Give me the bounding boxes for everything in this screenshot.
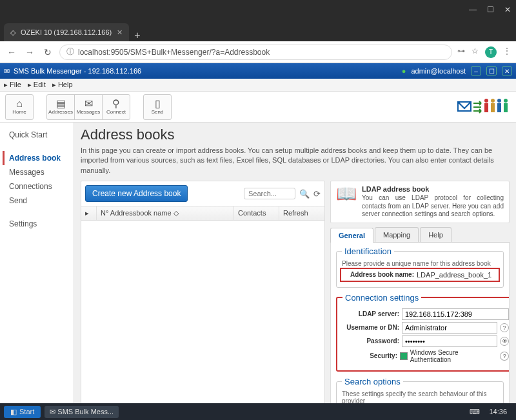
os-taskbar: ◧ Start ✉ SMS Bulk Mess... ⌨ 14:36 bbox=[0, 403, 516, 420]
svg-rect-8 bbox=[504, 103, 508, 112]
back-icon[interactable]: ← bbox=[5, 47, 18, 57]
phone-icon: ▯ bbox=[155, 99, 161, 109]
plug-icon: ⚲ bbox=[112, 99, 120, 109]
detail-panel: 📖 LDAP address book You can use LDAP pro… bbox=[330, 181, 510, 420]
sidebar-send[interactable]: Send bbox=[3, 194, 71, 208]
user-icon: ● bbox=[402, 67, 406, 75]
user-label[interactable]: admin@localhost bbox=[411, 67, 466, 75]
username-input[interactable] bbox=[402, 322, 497, 334]
profile-avatar[interactable]: T bbox=[485, 46, 497, 58]
sidebar-quick-start[interactable]: Quick Start bbox=[3, 128, 71, 142]
page-title: Address books bbox=[81, 126, 510, 143]
info-title: LDAP address book bbox=[362, 185, 504, 193]
app-maximize-icon[interactable]: ☐ bbox=[486, 66, 497, 75]
th-contacts[interactable]: Contacts bbox=[234, 206, 279, 220]
svg-point-1 bbox=[484, 99, 488, 103]
form-general: Identification Please provide a unique n… bbox=[330, 243, 510, 407]
menu-edit[interactable]: ▸ Edit bbox=[28, 81, 46, 89]
envelope-icon: ✉ bbox=[84, 99, 93, 109]
connection-fieldset: Connection settings LDAP server: Usernam… bbox=[336, 293, 510, 372]
app-close-icon[interactable]: ✕ bbox=[502, 66, 512, 75]
server-label: LDAP server: bbox=[342, 310, 399, 317]
name-label: Address book name: bbox=[343, 271, 414, 278]
security-help-icon[interactable]: ? bbox=[500, 352, 509, 361]
sidebar-messages[interactable]: Messages bbox=[3, 165, 71, 179]
taskbar-app[interactable]: ✉ SMS Bulk Mess... bbox=[45, 406, 119, 418]
search-legend: Search options bbox=[342, 377, 403, 386]
home-icon: ⌂ bbox=[16, 99, 23, 109]
app-minimize-icon[interactable]: – bbox=[471, 66, 481, 75]
sidebar-address-book[interactable]: Address book bbox=[3, 151, 71, 165]
forward-icon[interactable]: → bbox=[23, 47, 36, 57]
tab-close-icon[interactable]: ✕ bbox=[117, 28, 123, 37]
main-area: Quick Start Address book Messages Connec… bbox=[0, 123, 516, 420]
tab-help[interactable]: Help bbox=[420, 227, 452, 242]
keyboard-icon[interactable]: ⌨ bbox=[470, 408, 480, 416]
toolbar-graphic-icon bbox=[457, 94, 511, 120]
start-button[interactable]: ◧ Start bbox=[4, 406, 41, 418]
menu-help[interactable]: ▸ Help bbox=[52, 81, 73, 89]
info-box: 📖 LDAP address book You can use LDAP pro… bbox=[330, 181, 510, 223]
browser-urlbar: ← → ↻ ⓘ localhost:9505/SMS+Bulk+Messenge… bbox=[0, 41, 516, 63]
ldap-book-icon: 📖 bbox=[336, 185, 357, 219]
search-fieldset: Search options These settings specify th… bbox=[336, 377, 504, 407]
start-icon: ◧ bbox=[10, 408, 17, 416]
addressbook-icon: ▤ bbox=[56, 99, 66, 109]
window-maximize-icon[interactable]: ☐ bbox=[487, 5, 494, 14]
create-addressbook-button[interactable]: Create new Address book bbox=[85, 185, 188, 202]
addressbook-name-value: LDAP_address_book_1 bbox=[417, 271, 491, 279]
toolbar-messages[interactable]: ✉Messages bbox=[74, 94, 103, 120]
username-label: Username or DN: bbox=[342, 324, 399, 331]
sidebar-settings[interactable]: Settings bbox=[3, 217, 71, 231]
os-titlebar: — ☐ ✕ bbox=[0, 0, 516, 19]
app-header: ✉ SMS Bulk Messenger - 192.168.112.166 ●… bbox=[0, 63, 516, 79]
content: Address books In this page you can creat… bbox=[74, 123, 516, 420]
browser-menu-icon[interactable]: ⋮ bbox=[503, 46, 511, 58]
svg-point-5 bbox=[497, 99, 501, 103]
th-refresh[interactable]: Refresh bbox=[279, 206, 324, 220]
password-label: Password: bbox=[342, 337, 399, 345]
toolbar-addresses[interactable]: ▤Addresses bbox=[46, 94, 75, 120]
sidebar-connections[interactable]: Connections bbox=[3, 179, 71, 194]
browser-tabbar: ◇ OZEKI 10 (192.168.112.166) ✕ + bbox=[0, 19, 516, 41]
security-label: Security: bbox=[342, 352, 397, 359]
tab-general[interactable]: General bbox=[330, 228, 373, 243]
window-minimize-icon[interactable]: — bbox=[469, 5, 477, 14]
tab-mapping[interactable]: Mapping bbox=[375, 227, 419, 242]
password-input[interactable] bbox=[402, 335, 497, 347]
password-reveal-icon[interactable]: 👁 bbox=[500, 337, 509, 346]
th-expand[interactable]: ▸ bbox=[81, 206, 97, 220]
identification-fieldset: Identification Please provide a unique n… bbox=[336, 246, 504, 288]
star-icon[interactable]: ☆ bbox=[471, 46, 479, 58]
svg-rect-2 bbox=[484, 103, 488, 112]
toolbar: ⌂Home ▤Addresses ✉Messages ⚲Connect ▯Sen… bbox=[0, 92, 516, 123]
ldap-server-input[interactable] bbox=[402, 308, 509, 320]
toolbar-connect[interactable]: ⚲Connect bbox=[102, 94, 130, 120]
key-icon[interactable]: ⊶ bbox=[457, 46, 465, 58]
svg-rect-6 bbox=[497, 103, 501, 112]
svg-rect-4 bbox=[491, 103, 495, 112]
url-text: localhost:9505/SMS+Bulk+Messenger/?a=Add… bbox=[78, 48, 270, 57]
taskbar-clock: 14:36 bbox=[484, 408, 512, 415]
new-tab-button[interactable]: + bbox=[129, 30, 145, 41]
connection-legend: Connection settings bbox=[342, 293, 421, 303]
username-help-icon[interactable]: ? bbox=[500, 323, 509, 332]
refresh-icon[interactable]: ⟳ bbox=[313, 189, 321, 199]
reload-icon[interactable]: ↻ bbox=[41, 47, 54, 57]
svg-point-3 bbox=[491, 99, 495, 103]
window-close-icon[interactable]: ✕ bbox=[504, 5, 511, 14]
tab-title: OZEKI 10 (192.168.112.166) bbox=[21, 28, 112, 36]
search-icon[interactable]: 🔍 bbox=[299, 189, 310, 199]
search-hint: These settings specify the search behavi… bbox=[342, 390, 498, 405]
toolbar-send[interactable]: ▯Send bbox=[143, 94, 172, 120]
security-checkbox[interactable] bbox=[400, 352, 408, 360]
app-title: SMS Bulk Messenger - 192.168.112.166 bbox=[14, 67, 141, 75]
security-text: Windows Secure Authentication bbox=[410, 349, 498, 363]
address-bar[interactable]: ⓘ localhost:9505/SMS+Bulk+Messenger/?a=A… bbox=[59, 45, 452, 60]
th-name[interactable]: N° Addressbook name ◇ bbox=[97, 206, 234, 220]
toolbar-home[interactable]: ⌂Home bbox=[5, 94, 34, 120]
site-info-icon[interactable]: ⓘ bbox=[66, 46, 74, 57]
search-input[interactable] bbox=[244, 188, 295, 199]
browser-tab[interactable]: ◇ OZEKI 10 (192.168.112.166) ✕ bbox=[4, 23, 129, 41]
menu-file[interactable]: ▸ File bbox=[4, 81, 21, 89]
